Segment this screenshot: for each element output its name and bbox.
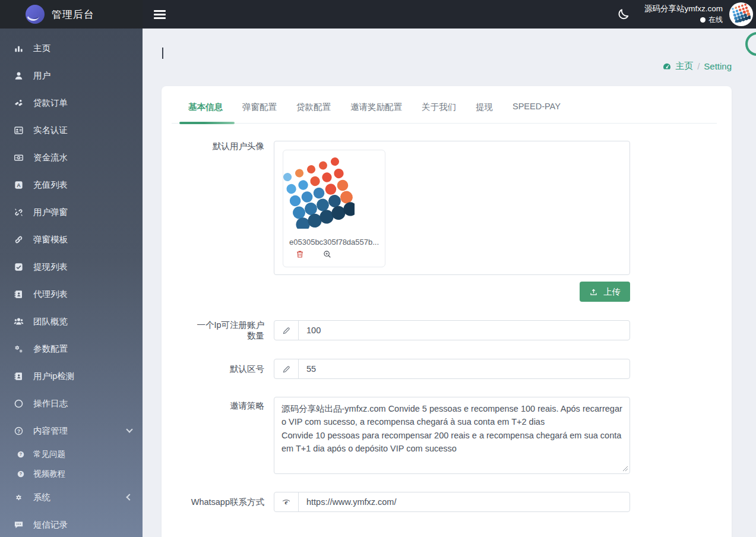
- tab-speed-pay[interactable]: SPEED-PAY: [513, 102, 561, 123]
- zoom-in-icon[interactable]: [322, 249, 332, 259]
- svg-text:?: ?: [17, 428, 20, 434]
- sidebar-item-label: 参数配置: [33, 343, 68, 355]
- sidebar-subitem-label: 视频教程: [33, 469, 65, 479]
- sidebar-subitem-label: 常见问题: [33, 449, 65, 460]
- sidebar-item-label: 短信记录: [33, 519, 68, 530]
- sidebar-item-label: 系统: [33, 492, 50, 503]
- svg-text:?: ?: [19, 452, 21, 456]
- breadcrumb-home-label: 主页: [675, 61, 693, 72]
- online-dot-icon: [700, 17, 706, 23]
- upload-button[interactable]: 上传: [580, 282, 630, 302]
- avatar-upload-area: e05305bc305f78da557b...: [274, 141, 630, 275]
- upload-icon: [589, 288, 598, 296]
- invite-policy-label: 邀请策略: [188, 397, 264, 474]
- link-icon: [13, 234, 24, 245]
- tab-popup-config[interactable]: 弹窗配置: [242, 102, 277, 123]
- sidebar-item-real-name-auth[interactable]: 实名认证: [0, 116, 143, 144]
- sidebar-item-label: 团队概览: [33, 316, 68, 327]
- sidebar-item-content-manage[interactable]: ?内容管理: [0, 417, 143, 444]
- resize-handle[interactable]: [622, 466, 628, 472]
- avatar-thumbnail-card: e05305bc305f78da557b...: [283, 150, 385, 267]
- invite-policy-textarea[interactable]: 源码分享站出品-ymfxz.com Convide 5 pessoas e re…: [274, 397, 630, 474]
- brand: 管理后台: [0, 0, 143, 29]
- avatar-filename: e05305bc305f78da557b...: [283, 238, 385, 247]
- sidebar-item-user-popup[interactable]: 用户弹窗: [0, 198, 143, 226]
- sidebar-item-label: 资金流水: [33, 152, 68, 163]
- sidebar-item-system[interactable]: 系统: [0, 484, 143, 511]
- pencil-icon: [274, 359, 299, 378]
- menu-toggle-icon[interactable]: [154, 8, 166, 21]
- form-row-area-code: 默认区号: [188, 359, 705, 379]
- dashboard-icon: [662, 62, 672, 71]
- breadcrumb-current: Setting: [704, 61, 732, 71]
- sidebar-item-label: 用户ip检测: [33, 371, 74, 382]
- sidebar-item-sms-records[interactable]: 短信记录: [0, 511, 143, 537]
- id-card-icon: [13, 125, 24, 135]
- sidebar-item-operation-log[interactable]: 操作日志: [0, 390, 143, 417]
- sidebar-item-label: 弹窗模板: [33, 234, 68, 245]
- delete-icon[interactable]: [295, 249, 305, 259]
- sidebar: 主页用户贷款订单实名认证资金流水A充值列表用户弹窗弹窗模板提现列表代理列表团队概…: [0, 29, 143, 537]
- app-title: 管理后台: [52, 8, 94, 21]
- chevron-left-icon: [126, 494, 132, 500]
- question-circle-icon: ?: [13, 425, 24, 436]
- tab-about-us[interactable]: 关于我们: [422, 102, 456, 123]
- sidebar-item-recharge-list[interactable]: A充值列表: [0, 171, 143, 198]
- sidebar-item-popup-template[interactable]: 弹窗模板: [0, 226, 143, 253]
- sidebar-subitem-faq[interactable]: ?常见问题: [0, 444, 143, 464]
- sidebar-item-label: 用户: [33, 70, 50, 81]
- sidebar-item-loan-orders[interactable]: 贷款订单: [0, 89, 143, 116]
- sidebar-item-label: 提现列表: [33, 261, 68, 273]
- unlink-icon: [13, 207, 24, 217]
- tab-loan-config[interactable]: 贷款配置: [296, 102, 331, 123]
- form-row-whatsapp: Whatsapp联系方式 e: [188, 492, 705, 512]
- online-status: 在线: [644, 15, 723, 24]
- cogs-icon: [13, 343, 24, 354]
- form-row-avatar: 默认用户头像 e05305bc305f78da557b...: [188, 141, 705, 302]
- online-label: 在线: [708, 15, 723, 24]
- brand-logo-icon: [25, 4, 45, 24]
- user-meta: 源码分享站ymfxz.com 在线: [644, 4, 723, 24]
- main-content: 主页 / Setting 基本信息弹窗配置贷款配置邀请奖励配置关于我们提现SPE…: [143, 0, 756, 537]
- chevron-down-icon: [126, 426, 132, 432]
- gear-icon: [13, 492, 24, 503]
- sidebar-item-label: 用户弹窗: [33, 207, 68, 218]
- pencil-icon: [274, 321, 299, 340]
- square-a-icon: A: [13, 179, 24, 190]
- avatar[interactable]: [729, 2, 753, 26]
- money-icon: [13, 152, 24, 163]
- settings-card: 基本信息弹窗配置贷款配置邀请奖励配置关于我们提现SPEED-PAY 默认用户头像…: [162, 86, 732, 537]
- svg-text:e: e: [284, 499, 287, 506]
- ip-limit-input[interactable]: [299, 321, 630, 340]
- question-circle-solid-icon: ?: [16, 469, 25, 478]
- sidebar-item-fund-flow[interactable]: 资金流水: [0, 144, 143, 171]
- sidebar-item-label: 主页: [33, 43, 50, 54]
- breadcrumb-home-link[interactable]: 主页: [662, 61, 693, 72]
- area-code-label: 默认区号: [188, 364, 264, 374]
- breadcrumb-separator: /: [697, 61, 700, 71]
- sidebar-item-home[interactable]: 主页: [0, 34, 143, 62]
- tab-withdraw[interactable]: 提现: [476, 102, 493, 123]
- tab-invite-reward-config[interactable]: 邀请奖励配置: [350, 102, 402, 123]
- breadcrumb: 主页 / Setting: [662, 61, 732, 72]
- sidebar-item-team-overview[interactable]: 团队概览: [0, 308, 143, 335]
- sidebar-item-withdraw-list[interactable]: 提现列表: [0, 253, 143, 280]
- sidebar-item-param-config[interactable]: 参数配置: [0, 335, 143, 362]
- tab-basic-info[interactable]: 基本信息: [188, 102, 223, 123]
- site-label: 源码分享站ymfxz.com: [644, 4, 723, 14]
- sidebar-item-user-ip-check[interactable]: 用户ip检测: [0, 362, 143, 390]
- comment-icon: [13, 519, 24, 530]
- whatsapp-input[interactable]: [299, 492, 630, 511]
- sidebar-item-agent-list[interactable]: 代理列表: [0, 280, 143, 308]
- address-book-icon: [13, 371, 24, 381]
- internet-explorer-icon: e: [274, 492, 299, 511]
- sidebar-subitem-video-tutorial[interactable]: ?视频教程: [0, 464, 143, 484]
- sidebar-item-users[interactable]: 用户: [0, 62, 143, 89]
- form-row-invite-policy: 邀请策略 源码分享站出品-ymfxz.com Convide 5 pessoas…: [188, 397, 705, 474]
- tabs-bar: 基本信息弹窗配置贷款配置邀请奖励配置关于我们提现SPEED-PAY: [172, 86, 717, 124]
- moon-icon[interactable]: [617, 8, 630, 21]
- area-code-input[interactable]: [299, 359, 630, 378]
- check-square-icon: [13, 261, 24, 272]
- address-book-icon: [13, 289, 24, 299]
- form-row-ip-limit: 一个Ip可注册账户数量: [188, 320, 705, 341]
